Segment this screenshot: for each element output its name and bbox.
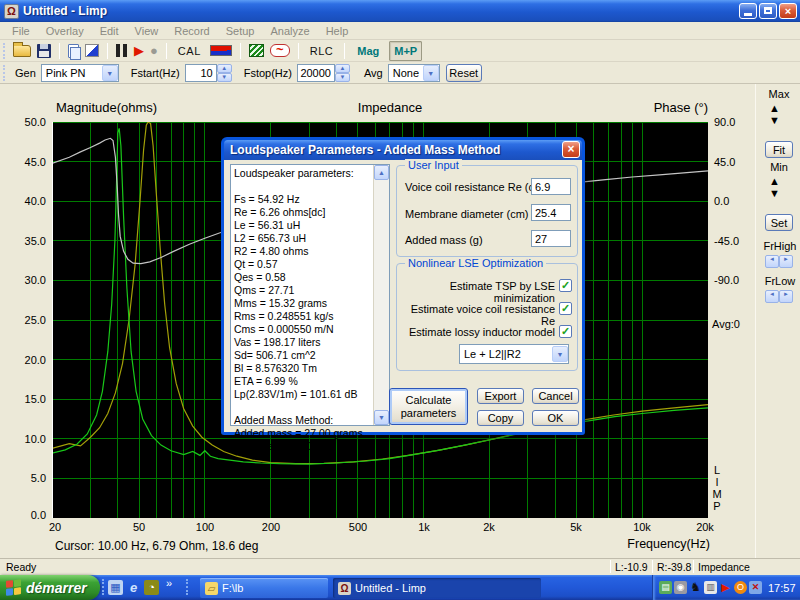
- start-button[interactable]: démarrer: [0, 575, 100, 600]
- tray-input-icon[interactable]: ▥: [704, 581, 717, 594]
- taskbar-button-explorer[interactable]: ▱ F:\lb: [200, 578, 328, 598]
- menu-overlay[interactable]: Overlay: [38, 25, 92, 37]
- parameters-textbox[interactable]: Loudspeaker parameters: Fs = 54.92 Hz Re…: [230, 164, 390, 426]
- dialog-close-button[interactable]: ×: [562, 141, 580, 158]
- taskbar-button-limp[interactable]: Ω Untitled - Limp: [333, 578, 541, 598]
- spin-down-icon[interactable]: ▼: [769, 114, 789, 126]
- record-button[interactable]: ●: [150, 41, 158, 61]
- spin-up-icon[interactable]: ▲: [769, 102, 789, 114]
- re-input[interactable]: [531, 178, 571, 195]
- menu-setup[interactable]: Setup: [218, 25, 263, 37]
- cancel-button[interactable]: Cancel: [532, 388, 579, 404]
- ok-button[interactable]: OK: [532, 410, 579, 426]
- spin-up-icon[interactable]: ▲: [217, 64, 232, 73]
- title-bar: Ω Untitled - Limp ×: [0, 0, 800, 22]
- menu-help[interactable]: Help: [318, 25, 357, 37]
- menu-record[interactable]: Record: [166, 25, 217, 37]
- spin-down-icon[interactable]: ▼: [769, 187, 789, 199]
- scroll-down-icon[interactable]: ▼: [374, 410, 389, 425]
- start-measurement-button[interactable]: ▶: [134, 41, 144, 61]
- open-file-button[interactable]: [13, 41, 31, 61]
- menu-edit[interactable]: Edit: [92, 25, 127, 37]
- reset-button[interactable]: Reset: [446, 64, 482, 82]
- restore-button[interactable]: [759, 3, 777, 19]
- calibrate-button[interactable]: CAL: [175, 41, 204, 61]
- spin-right-icon[interactable]: ►: [779, 290, 793, 303]
- max-label: Max: [765, 88, 793, 100]
- fstop-input[interactable]: [297, 64, 335, 82]
- spin-down-icon[interactable]: ▼: [217, 73, 232, 82]
- parameters-text: Loudspeaker parameters: Fs = 54.92 Hz Re…: [234, 167, 370, 453]
- spin-down-icon[interactable]: ▼: [335, 73, 350, 82]
- loudspeaker-parameters-dialog: Loudspeaker Parameters - Added Mass Meth…: [221, 137, 585, 435]
- fstop-spinner[interactable]: ▲ ▼: [335, 64, 350, 82]
- app-icon: Ω: [4, 4, 19, 19]
- rlc-button[interactable]: RLC: [307, 41, 337, 61]
- spin-right-icon[interactable]: ►: [779, 255, 793, 268]
- menu-file[interactable]: File: [4, 25, 38, 37]
- calculate-parameters-button[interactable]: Calculate parameters: [389, 388, 468, 425]
- user-input-legend: User Input: [405, 159, 462, 171]
- inductor-model-select[interactable]: Le + L2||R2 ▼: [459, 344, 569, 364]
- media-app-icon[interactable]: ◔: [144, 580, 159, 595]
- magnitude-view-button[interactable]: Mag: [353, 41, 383, 61]
- tray-network-error-icon[interactable]: ✕: [749, 581, 762, 594]
- generator-type-select[interactable]: Pink PN ▼: [41, 64, 119, 82]
- spin-up-icon[interactable]: ▲: [769, 175, 789, 187]
- set-button[interactable]: Set: [765, 214, 793, 231]
- max-spinner[interactable]: ▲ ▼: [769, 102, 789, 128]
- averaging-select[interactable]: None ▼: [388, 64, 440, 82]
- close-button[interactable]: ×: [779, 3, 797, 19]
- y-axis-tick: 5.0: [2, 472, 46, 484]
- folder-icon: ▱: [205, 582, 218, 595]
- tray-card-icon[interactable]: ▤: [659, 581, 672, 594]
- phase-axis-tick: 45.0: [714, 156, 735, 168]
- y-axis-tick: 50.0: [2, 116, 46, 128]
- bw-color-toggle-button[interactable]: [85, 41, 99, 61]
- y-axis-tick: 0.0: [2, 509, 46, 521]
- quick-launch-overflow[interactable]: »: [166, 577, 172, 589]
- chevron-down-icon: ▼: [552, 346, 568, 362]
- spin-up-icon[interactable]: ▲: [335, 64, 350, 73]
- y-axis-tick: 30.0: [2, 274, 46, 286]
- copy-button-dialog[interactable]: Copy: [477, 410, 524, 426]
- tray-device-icon[interactable]: ◉: [674, 581, 687, 594]
- frhigh-spinner[interactable]: ◄ ►: [765, 255, 793, 268]
- spin-left-icon[interactable]: ◄: [765, 255, 779, 268]
- scroll-up-icon[interactable]: ▲: [374, 165, 389, 180]
- x-axis-tick: 100: [196, 521, 214, 533]
- estimate-inductor-checkbox[interactable]: ✓: [559, 325, 572, 338]
- min-spinner[interactable]: ▲ ▼: [769, 175, 789, 201]
- scrollbar[interactable]: ▲ ▼: [373, 165, 389, 425]
- added-mass-input[interactable]: [531, 230, 571, 247]
- show-desktop-icon[interactable]: ▦: [108, 580, 123, 595]
- generator-setup-button[interactable]: [210, 41, 232, 61]
- tray-app-icon[interactable]: ♞: [689, 581, 702, 594]
- estimate-tsp-checkbox[interactable]: ✓: [559, 279, 572, 292]
- tray-play-icon[interactable]: ▶: [719, 581, 732, 594]
- fstart-spinner[interactable]: ▲ ▼: [217, 64, 232, 82]
- tray-burner-icon[interactable]: O: [734, 581, 747, 594]
- magnitude-phase-view-button[interactable]: M+P: [389, 41, 422, 61]
- system-tray: ▤ ◉ ♞ ▥ ▶ O ✕ 17:57: [652, 575, 800, 600]
- chevron-down-icon: ▼: [102, 65, 118, 81]
- window-title: Untitled - Limp: [23, 4, 107, 18]
- fstart-input[interactable]: [185, 64, 217, 82]
- frlow-spinner[interactable]: ◄ ►: [765, 290, 793, 303]
- y-axis-tick: 35.0: [2, 235, 46, 247]
- minimize-button[interactable]: [739, 3, 757, 19]
- floppy-icon: [37, 44, 51, 58]
- internet-explorer-icon[interactable]: e: [126, 580, 141, 595]
- spectrum-view-button[interactable]: [249, 41, 264, 61]
- pause-button[interactable]: [116, 41, 128, 61]
- menu-analyze[interactable]: Analyze: [262, 25, 317, 37]
- export-button[interactable]: Export: [477, 388, 524, 404]
- estimate-re-checkbox[interactable]: ✓: [559, 302, 572, 315]
- diameter-input[interactable]: [531, 204, 571, 221]
- copy-button[interactable]: [68, 41, 79, 61]
- menu-view[interactable]: View: [127, 25, 167, 37]
- save-button[interactable]: [37, 41, 51, 61]
- fit-button[interactable]: Fit: [765, 141, 793, 158]
- spin-left-icon[interactable]: ◄: [765, 290, 779, 303]
- signal-view-button[interactable]: ~: [270, 41, 290, 61]
